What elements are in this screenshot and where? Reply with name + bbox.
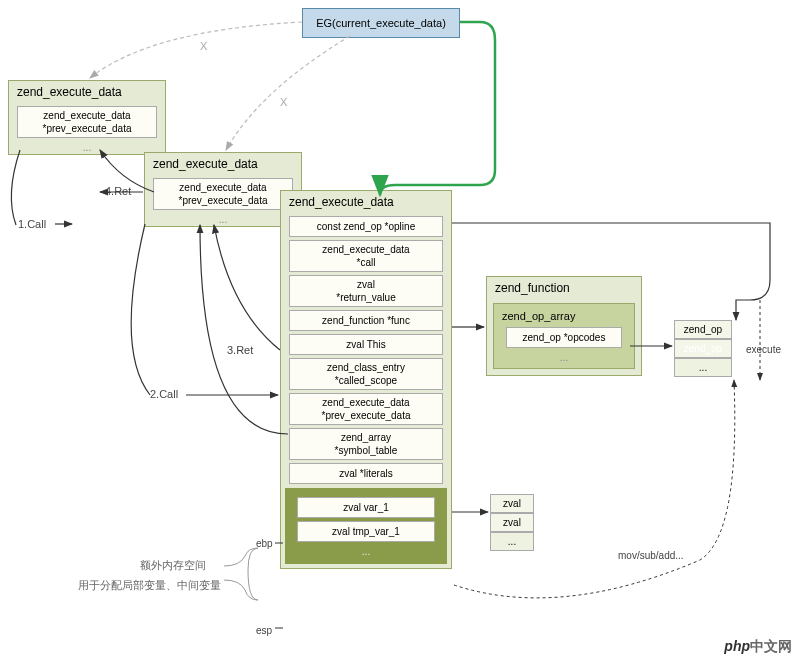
zed3-var1: zval var_1: [297, 497, 435, 518]
zfunc-title: zend_function: [487, 277, 641, 299]
label-extra1: 额外内存空间: [140, 558, 206, 573]
zed3-func: zend_function *func: [289, 310, 443, 331]
label-x2: X: [280, 96, 287, 108]
label-ret4: 4.Ret: [105, 185, 131, 197]
zed3-this: zval This: [289, 334, 443, 355]
zop-2: ...: [674, 358, 732, 377]
zop-0: zend_op: [674, 320, 732, 339]
zops-stack: zend_op zend_op ...: [674, 320, 732, 377]
label-extra2: 用于分配局部变量、中间变量: [78, 578, 221, 593]
zed3-varblock: zval var_1 zval tmp_var_1 ...: [285, 488, 447, 564]
zfunc-opcodes: zend_op *opcodes: [506, 327, 622, 348]
zop-1: zend_op: [674, 339, 732, 358]
zval-2: ...: [490, 532, 534, 551]
zed3-prev: zend_execute_data *prev_execute_data: [289, 393, 443, 425]
zfunc-oparray-title: zend_op_array: [498, 308, 630, 324]
zed3-retval: zval *return_value: [289, 275, 443, 307]
zed3-tmpvar1: zval tmp_var_1: [297, 521, 435, 542]
zfunc-box: zend_function zend_op_array zend_op *opc…: [486, 276, 642, 376]
zed3-var-ell: ...: [289, 545, 443, 558]
eg-box: EG(current_execute_data): [302, 8, 460, 38]
zed3-title: zend_execute_data: [281, 191, 451, 213]
zed1-ell: ...: [9, 141, 165, 154]
zed1-box: zend_execute_data zend_execute_data *pre…: [8, 80, 166, 155]
label-execute: execute: [746, 344, 781, 355]
zed2-title: zend_execute_data: [145, 153, 301, 175]
zed1-field-prev: zend_execute_data *prev_execute_data: [17, 106, 157, 138]
zed3-call: zend_execute_data *call: [289, 240, 443, 272]
label-call2: 2.Call: [150, 388, 178, 400]
zed1-title: zend_execute_data: [9, 81, 165, 103]
zfunc-oparray-box: zend_op_array zend_op *opcodes ...: [493, 303, 635, 369]
zed3-literals: zval *literals: [289, 463, 443, 484]
label-esp: esp: [256, 625, 272, 636]
zed2-field-prev: zend_execute_data *prev_execute_data: [153, 178, 293, 210]
label-ebp: ebp: [256, 538, 273, 549]
zvals-stack: zval zval ...: [490, 494, 534, 551]
zed3-scope: zend_class_entry *called_scope: [289, 358, 443, 390]
label-ret3: 3.Ret: [227, 344, 253, 356]
zed3-box: zend_execute_data const zend_op *opline …: [280, 190, 452, 569]
watermark: php中文网: [720, 636, 796, 658]
zval-0: zval: [490, 494, 534, 513]
zed2-ell: ...: [145, 213, 301, 226]
label-movsub: mov/sub/add...: [618, 550, 684, 561]
zfunc-ell: ...: [498, 351, 630, 364]
zval-1: zval: [490, 513, 534, 532]
zed3-opline: const zend_op *opline: [289, 216, 443, 237]
eg-label: EG(current_execute_data): [316, 17, 446, 29]
watermark-cn: 中文网: [750, 638, 792, 654]
label-x1: X: [200, 40, 207, 52]
zed2-box: zend_execute_data zend_execute_data *pre…: [144, 152, 302, 227]
zed3-symtab: zend_array *symbol_table: [289, 428, 443, 460]
label-call1: 1.Call: [18, 218, 46, 230]
watermark-php: php: [724, 638, 750, 654]
